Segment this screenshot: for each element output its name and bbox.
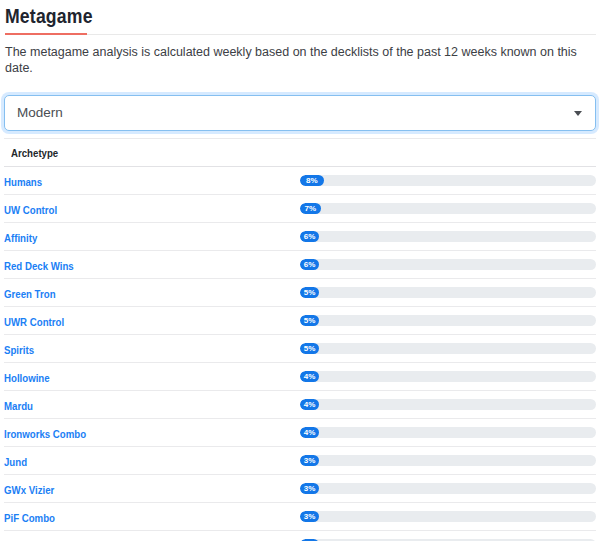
metagame-share-bar: 4% [300,399,596,410]
archetype-name: UW Control [4,204,57,216]
archetype-link[interactable]: Humans [4,176,49,188]
metagame-share-bar: 4% [300,427,596,438]
table-row: Spirits 5% [4,335,596,363]
table-row: Green Tron 5% [4,279,596,307]
archetype-name: Ironworks Combo [4,428,86,440]
share-label: 4% [300,427,319,438]
table-row: Grixis Aggro 3% [4,531,596,541]
share-label: 4% [300,399,319,410]
metagame-share-fill: 4% [300,371,319,382]
archetype-link[interactable]: Ironworks Combo [4,428,102,440]
metagame-share-fill: 3% [300,511,319,522]
archetype-name: Mardu [4,400,33,412]
archetype-name: Affinity [4,232,37,244]
table-row: Affinity 6% [4,223,596,251]
column-header-archetype: Archetype [4,139,596,167]
share-label: 5% [300,315,319,326]
table-row: GWx Vizier 3% [4,475,596,503]
archetype-link[interactable]: PiF Combo [4,512,65,524]
metagame-share-bar: 3% [300,455,596,466]
archetype-link[interactable]: UWR Control [4,316,76,328]
archetype-link[interactable]: Affinity [4,232,44,244]
archetype-link[interactable]: Jund [4,456,31,468]
archetype-name: Green Tron [4,288,56,300]
caret-down-icon [574,111,582,116]
share-label: 4% [300,371,319,382]
metagame-share-fill: 7% [300,203,321,214]
metagame-share-bar: 4% [300,371,596,382]
table-row: Red Deck Wins 6% [4,251,596,279]
table-row: Ironworks Combo 4% [4,419,596,447]
metagame-share-bar: 5% [300,315,596,326]
table-header-row: Archetype [4,139,596,167]
archetype-link[interactable]: Mardu [4,400,39,412]
archetype-link[interactable]: UW Control [4,204,67,216]
archetype-link[interactable]: GWx Vizier [4,484,64,496]
table-row: PiF Combo 3% [4,503,596,531]
metagame-share-fill: 3% [300,483,319,494]
metagame-share-bar: 5% [300,287,596,298]
metagame-share-bar: 7% [300,203,596,214]
page-title-divider: Metagame [5,5,596,35]
metagame-share-bar: 6% [300,231,596,242]
metagame-share-bar: 6% [300,259,596,270]
table-row: UWR Control 5% [4,307,596,335]
share-label: 5% [300,343,319,354]
archetype-table: Archetype Humans 8% UW Control 7% Affini… [4,138,596,541]
table-row: Jund 3% [4,447,596,475]
archetype-name: Hollowine [4,372,50,384]
archetype-name: GWx Vizier [4,484,54,496]
format-select-value: Modern [5,96,595,130]
metagame-share-fill: 4% [300,399,319,410]
archetype-name: Spirits [4,344,34,356]
metagame-share-bar: 5% [300,343,596,354]
archetype-link[interactable]: Hollowine [4,372,58,384]
metagame-share-fill: 8% [300,175,324,186]
table-row: Hollowine 4% [4,363,596,391]
share-label: 5% [300,287,319,298]
format-select[interactable]: Modern [4,95,596,131]
archetype-link[interactable]: Red Deck Wins [4,260,87,272]
page-title: Metagame [5,5,596,27]
archetype-name: Humans [4,176,42,188]
share-label: 3% [300,483,319,494]
metagame-share-fill: 5% [300,343,319,354]
metagame-share-bar: 3% [300,511,596,522]
archetype-name: Red Deck Wins [4,260,74,272]
metagame-description: The metagame analysis is calculated week… [4,44,596,76]
share-label: 6% [300,231,319,242]
share-label: 3% [300,455,319,466]
archetype-name: UWR Control [4,316,64,328]
metagame-share-fill: 4% [300,427,319,438]
column-header-archetype-label: Archetype [11,147,58,159]
table-row: Humans 8% [4,167,596,195]
share-label: 6% [300,259,319,270]
share-label: 7% [300,203,321,214]
metagame-share-fill: 5% [300,315,319,326]
metagame-page: Metagame The metagame analysis is calcul… [0,5,600,541]
page-title-text: Metagame [5,5,93,27]
archetype-name: PiF Combo [4,512,55,524]
metagame-share-fill: 5% [300,287,319,298]
metagame-share-fill: 3% [300,455,319,466]
metagame-share-bar: 8% [300,175,596,186]
share-label: 8% [300,175,324,186]
table-row: Mardu 4% [4,391,596,419]
metagame-share-fill: 6% [300,231,319,242]
share-label: 3% [300,511,319,522]
table-row: UW Control 7% [4,195,596,223]
metagame-share-bar: 3% [300,483,596,494]
archetype-link[interactable]: Spirits [4,344,40,356]
archetype-name: Jund [4,456,27,468]
archetype-link[interactable]: Green Tron [4,288,65,300]
metagame-share-fill: 6% [300,259,319,270]
